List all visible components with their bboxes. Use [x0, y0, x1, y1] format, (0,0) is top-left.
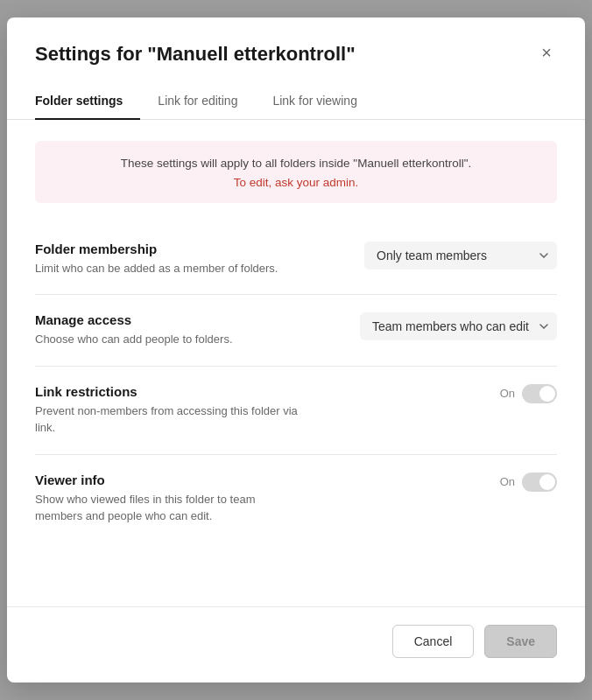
info-banner: These settings will apply to all folders…: [35, 141, 557, 203]
setting-label-manage-access: Manage access: [35, 312, 298, 327]
tab-link-editing[interactable]: Link for editing: [140, 85, 255, 120]
settings-dialog: Settings for "Manuell etterkontroll" × F…: [7, 18, 585, 682]
link-restrictions-toggle[interactable]: [522, 384, 557, 403]
setting-control-link-restrictions: On: [500, 384, 557, 403]
setting-label-viewer-info: Viewer info: [35, 472, 298, 487]
setting-description-folder-membership: Limit who can be added as a member of fo…: [35, 260, 298, 277]
setting-control-manage-access: Team members who can edit Anyone Team me…: [360, 312, 557, 340]
save-button[interactable]: Save: [484, 625, 557, 658]
close-button[interactable]: ×: [536, 42, 557, 63]
tab-folder-settings[interactable]: Folder settings: [35, 85, 140, 120]
tab-link-viewing[interactable]: Link for viewing: [255, 85, 375, 120]
info-banner-link[interactable]: To edit, ask your admin.: [53, 176, 539, 189]
manage-access-dropdown[interactable]: Team members who can edit Anyone Team me…: [360, 312, 557, 340]
setting-info-manage-access: Manage access Choose who can add people …: [35, 312, 298, 348]
folder-membership-dropdown[interactable]: Only team members Anyone Team members on…: [364, 242, 557, 270]
setting-label-link-restrictions: Link restrictions: [35, 384, 298, 399]
dialog-body: These settings will apply to all folders…: [7, 120, 585, 606]
info-banner-text: These settings will apply to all folders…: [121, 157, 472, 170]
dialog-footer: Cancel Save: [7, 606, 585, 682]
setting-control-folder-membership: Only team members Anyone Team members on…: [364, 242, 557, 270]
setting-row-viewer-info: Viewer info Show who viewed files in thi…: [35, 455, 557, 542]
link-restrictions-toggle-label: On: [500, 387, 515, 400]
setting-description-link-restrictions: Prevent non-members from accessing this …: [35, 402, 298, 437]
setting-info-folder-membership: Folder membership Limit who can be added…: [35, 242, 298, 277]
dialog-title: Settings for "Manuell etterkontroll": [35, 42, 356, 67]
setting-row-link-restrictions: Link restrictions Prevent non-members fr…: [35, 367, 557, 455]
setting-control-viewer-info: On: [500, 472, 557, 492]
setting-description-viewer-info: Show who viewed files in this folder to …: [35, 491, 298, 525]
setting-description-manage-access: Choose who can add people to folders.: [35, 331, 298, 348]
setting-label-folder-membership: Folder membership: [35, 242, 298, 256]
cancel-button[interactable]: Cancel: [392, 625, 475, 658]
tab-bar: Folder settings Link for editing Link fo…: [7, 85, 585, 120]
viewer-info-toggle[interactable]: [522, 472, 557, 492]
dialog-header: Settings for "Manuell etterkontroll" ×: [7, 18, 585, 67]
dialog-overlay: Settings for "Manuell etterkontroll" × F…: [0, 0, 592, 700]
setting-row-folder-membership: Folder membership Limit who can be added…: [35, 224, 557, 296]
setting-info-link-restrictions: Link restrictions Prevent non-members fr…: [35, 384, 298, 437]
viewer-info-toggle-label: On: [500, 475, 515, 488]
setting-row-manage-access: Manage access Choose who can add people …: [35, 295, 557, 367]
setting-info-viewer-info: Viewer info Show who viewed files in thi…: [35, 472, 298, 525]
